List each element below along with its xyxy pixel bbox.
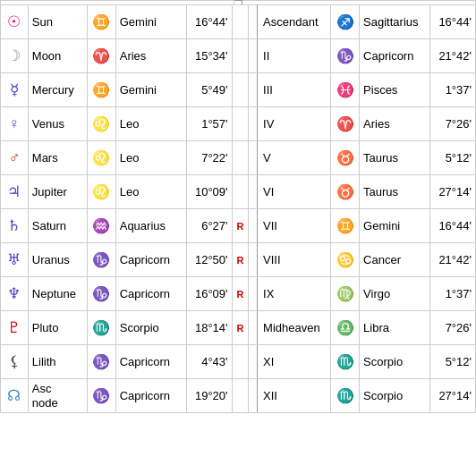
planet-degree: 6°27'	[186, 209, 232, 243]
house-sign-name: Aries	[360, 107, 430, 141]
house-sign-name: Virgo	[360, 277, 430, 311]
house-sign-name: Pisces	[360, 73, 430, 107]
planet-sign-symbol: ♌	[87, 107, 115, 141]
planet-sign-name: Gemini	[115, 5, 186, 39]
planet-symbol: ♇	[1, 311, 29, 345]
house-degree: 1°37'	[430, 73, 476, 107]
house-degree: 27°14'	[430, 379, 476, 413]
planet-retro	[232, 141, 249, 175]
planet-sign-name: Capricorn	[115, 345, 186, 379]
planet-symbol: ♀	[1, 107, 29, 141]
planet-sign-name: Scorpio	[115, 311, 186, 345]
planet-sign-symbol: ♑	[87, 345, 115, 379]
planet-symbol: ☉	[1, 5, 29, 39]
table-row: ♃Jupiter♌Leo10°09'VI♉Taurus27°14'	[1, 175, 476, 209]
house-degree: 16°44'	[430, 5, 476, 39]
table-row: ☊Ascnode♑Capricorn19°20'XII♏Scorpio27°14…	[1, 379, 476, 413]
house-sign-symbol: ♉	[331, 141, 360, 175]
table-row: ♇Pluto♏Scorpio18°14'RMidheaven♎Libra7°26…	[1, 311, 476, 345]
planet-sign-symbol: ♑	[87, 277, 115, 311]
planet-sign-name: Aries	[115, 39, 186, 73]
planet-degree: 15°34'	[186, 39, 232, 73]
planet-symbol: ♅	[1, 243, 29, 277]
planet-name: Sun	[28, 5, 87, 39]
house-sign-name: Libra	[360, 311, 430, 345]
planet-name: Jupiter	[28, 175, 87, 209]
divider	[249, 141, 258, 175]
planet-degree: 12°50'	[186, 243, 232, 277]
planet-sign-symbol: ♊	[87, 73, 115, 107]
house-sign-symbol: ♋	[331, 243, 360, 277]
planet-retro: R	[232, 243, 249, 277]
planet-symbol: ♆	[1, 277, 29, 311]
planet-sign-symbol: ♑	[87, 243, 115, 277]
house-sign-name: Taurus	[360, 175, 430, 209]
house-name: VIII	[258, 243, 331, 277]
planet-retro	[232, 107, 249, 141]
divider	[249, 345, 258, 379]
planet-retro	[232, 175, 249, 209]
table-row: ♅Uranus♑Capricorn12°50'RVIII♋Cancer21°42…	[1, 243, 476, 277]
planet-name: Pluto	[28, 311, 87, 345]
house-sign-symbol: ♐	[331, 5, 360, 39]
house-degree: 7°26'	[430, 311, 476, 345]
divider	[249, 243, 258, 277]
house-name: V	[258, 141, 331, 175]
planet-retro	[232, 345, 249, 379]
planet-sign-symbol: ♌	[87, 141, 115, 175]
planet-sign-name: Capricorn	[115, 243, 186, 277]
house-name: IV	[258, 107, 331, 141]
planet-symbol: ♂	[1, 141, 29, 175]
house-sign-name: Sagittarius	[360, 5, 430, 39]
planet-retro	[232, 73, 249, 107]
divider	[249, 73, 258, 107]
divider	[249, 311, 258, 345]
planet-name: Neptune	[28, 277, 87, 311]
planet-degree: 19°20'	[186, 379, 232, 413]
house-sign-symbol: ♓	[331, 73, 360, 107]
house-sign-symbol: ♊	[331, 209, 360, 243]
planet-retro: R	[232, 277, 249, 311]
planet-symbol: ♄	[1, 209, 29, 243]
planet-name: Lilith	[28, 345, 87, 379]
planet-sign-symbol: ♈	[87, 39, 115, 73]
planet-symbol: ☊	[1, 379, 29, 413]
divider	[249, 107, 258, 141]
house-degree: 1°37'	[430, 277, 476, 311]
planet-degree: 1°57'	[186, 107, 232, 141]
house-sign-name: Taurus	[360, 141, 430, 175]
house-sign-symbol: ♏	[331, 379, 360, 413]
house-sign-name: Capricorn	[360, 39, 430, 73]
table-row: ♄Saturn♒Aquarius6°27'RVII♊Gemini16°44'	[1, 209, 476, 243]
planet-sign-symbol: ♒	[87, 209, 115, 243]
planet-sign-symbol: ♌	[87, 175, 115, 209]
planet-sign-name: Capricorn	[115, 277, 186, 311]
planet-degree: 5°49'	[186, 73, 232, 107]
house-name: Ascendant	[258, 5, 331, 39]
table-row: ♂Mars♌Leo7°22'V♉Taurus5°12'	[1, 141, 476, 175]
planet-sign-name: Leo	[115, 141, 186, 175]
astrology-data-table: ☉Sun♊Gemini16°44'Ascendant♐Sagittarius16…	[0, 4, 476, 413]
planet-sign-name: Leo	[115, 175, 186, 209]
planet-sign-symbol: ♊	[87, 5, 115, 39]
house-degree: 21°42'	[430, 39, 476, 73]
house-degree: 5°12'	[430, 345, 476, 379]
house-name: VI	[258, 175, 331, 209]
house-name: Midheaven	[258, 311, 331, 345]
planet-degree: 18°14'	[186, 311, 232, 345]
planet-name: Saturn	[28, 209, 87, 243]
planet-name: Uranus	[28, 243, 87, 277]
planet-retro	[232, 5, 249, 39]
planet-sign-name: Gemini	[115, 73, 186, 107]
planet-sign-symbol: ♑	[87, 379, 115, 413]
house-degree: 27°14'	[430, 175, 476, 209]
house-degree: 21°42'	[430, 243, 476, 277]
table-row: ♀Venus♌Leo1°57'IV♈Aries7°26'	[1, 107, 476, 141]
house-sign-symbol: ♉	[331, 175, 360, 209]
house-name: VII	[258, 209, 331, 243]
house-sign-name: Scorpio	[360, 345, 430, 379]
planet-symbol: ☽	[1, 39, 29, 73]
planet-sign-symbol: ♏	[87, 311, 115, 345]
planet-degree: 4°43'	[186, 345, 232, 379]
house-sign-symbol: ♑	[331, 39, 360, 73]
